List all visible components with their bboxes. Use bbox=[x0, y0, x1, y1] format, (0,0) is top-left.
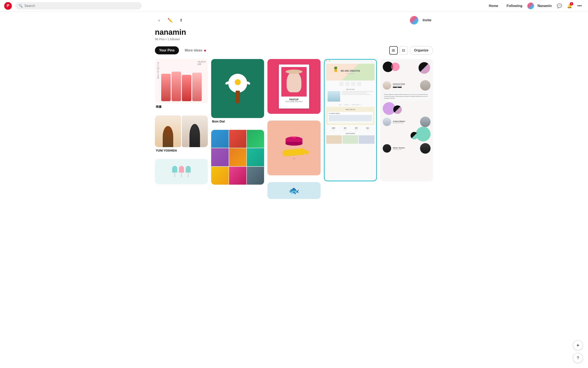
pin-bom-dia[interactable]: Bom Dia! bbox=[211, 59, 264, 123]
nav-icon-2 bbox=[345, 82, 349, 86]
mockup-who-section: WHO WE ARE bbox=[326, 87, 375, 103]
compact-icon: ⊟ bbox=[402, 48, 405, 53]
invite-button[interactable]: Invite bbox=[421, 17, 433, 24]
tab-your-pins[interactable]: Your Pins bbox=[155, 46, 179, 54]
works-grid bbox=[326, 135, 375, 144]
pin-heels-grid[interactable] bbox=[211, 130, 264, 185]
portfolio-avatar-cameron bbox=[383, 81, 391, 90]
circle-half-2 bbox=[411, 132, 418, 139]
stat-value-1: 1245 bbox=[332, 127, 335, 129]
collaborator-avatar[interactable] bbox=[410, 16, 418, 24]
portfolio-title-joshua: PHOTOGRAPHER bbox=[393, 122, 418, 123]
messages-icon: 💬 bbox=[557, 3, 562, 9]
nav-following[interactable]: Following bbox=[503, 2, 526, 9]
notifications-button[interactable]: 🔔 2 bbox=[565, 2, 574, 10]
action-icons: ＋ ✏️ ⬆ bbox=[155, 16, 185, 24]
service-graphic: 01. GRAPHIC DESIGN bbox=[328, 112, 373, 123]
tabs: Your Pins More ideas bbox=[155, 46, 210, 54]
tab-more-ideas[interactable]: More ideas bbox=[181, 46, 210, 54]
tagline-idea: IDEA bbox=[339, 104, 341, 106]
nav-username[interactable]: Nanamin bbox=[536, 3, 553, 9]
shape-border-circle bbox=[418, 62, 431, 74]
pins-column-1: セシルのもくろみ 7月13日 木10時 画像 bbox=[155, 59, 208, 188]
more-options-button[interactable]: ••• bbox=[575, 2, 584, 10]
edit-icon: ✏️ bbox=[167, 18, 173, 23]
search-input[interactable] bbox=[24, 4, 138, 8]
pin-image-fish: 🐟 bbox=[267, 182, 320, 199]
portfolio-top-shapes bbox=[383, 62, 431, 78]
search-icon: 🔍 bbox=[18, 4, 23, 8]
heel-cell bbox=[247, 167, 264, 185]
share-button[interactable]: ⬆ bbox=[177, 16, 185, 24]
pin-ice-cream[interactable] bbox=[155, 159, 208, 184]
portfolio-person-cameron: Cameron Kirby ART DIRECTOR bbox=[383, 80, 431, 91]
pin-image-website: 🍍 WE ARE CREATIVE bbox=[324, 59, 377, 181]
search-bar[interactable]: 🔍 bbox=[15, 2, 142, 9]
stat-label-2: clients bbox=[344, 129, 346, 130]
portfolio-tags bbox=[393, 87, 418, 88]
portfolio-person-olivier: Olivier Thorten VISUAL ARTIST bbox=[383, 143, 431, 154]
pinterest-logo[interactable]: P bbox=[4, 2, 12, 10]
tagline-plus2: + bbox=[350, 104, 350, 106]
ice-cream-3 bbox=[186, 166, 191, 177]
portfolio-mid-shapes bbox=[383, 102, 431, 115]
portfolio-text-joshua: Joshua Hibbert PHOTOGRAPHER bbox=[393, 120, 418, 123]
pin-japanese-magazine[interactable]: セシルのもくろみ 7月13日 木10時 画像 bbox=[155, 59, 208, 109]
pin-yuni[interactable]: YUNI YOSHIDA bbox=[155, 116, 208, 152]
who-content bbox=[328, 91, 373, 101]
photo-gradient-2 bbox=[420, 117, 431, 127]
header-nav: Home Following Nanamin 💬 🔔 2 ••• bbox=[485, 2, 584, 10]
pin-label-bom-dia: Bom Dia! bbox=[211, 120, 264, 123]
stat-label-4: staff bbox=[366, 129, 369, 130]
invite-area: Invite bbox=[410, 16, 433, 24]
work-item-3 bbox=[359, 135, 374, 144]
portfolio-photo-cameron bbox=[420, 80, 431, 91]
pin-design-portfolio[interactable]: Cameron Kirby ART DIRECTOR bbox=[380, 59, 433, 181]
intro-text: Perfecta offers free high-resolution pic… bbox=[384, 93, 429, 99]
tagline-design: DESIGN bbox=[345, 104, 349, 106]
tag bbox=[397, 87, 402, 88]
view-controls: ⊞ ⊟ Organize bbox=[389, 46, 433, 55]
stat-value-2: 046 bbox=[344, 127, 346, 129]
main-content: ＋ ✏️ ⬆ Invite nanamin 96 Pins • 1 follow… bbox=[147, 12, 441, 207]
fish-emoji: 🐟 bbox=[289, 186, 299, 196]
share-icon: ⬆ bbox=[179, 18, 183, 23]
portfolio-name-joshua: Joshua Hibbert bbox=[393, 120, 418, 122]
ice-cream-top-1 bbox=[172, 166, 177, 173]
more-ideas-dot bbox=[204, 50, 206, 51]
messages-button[interactable]: 💬 bbox=[555, 2, 564, 10]
heel-cell bbox=[211, 130, 229, 148]
avatar[interactable] bbox=[527, 2, 534, 9]
pin-fish[interactable]: 🐟 bbox=[267, 182, 320, 199]
pin-image-heels bbox=[211, 130, 264, 185]
heel-cell bbox=[229, 167, 246, 185]
organize-button[interactable]: Organize bbox=[410, 46, 433, 55]
add-pin-button[interactable]: ＋ bbox=[155, 16, 163, 24]
nav-icon-4 bbox=[357, 82, 361, 86]
dot-green bbox=[329, 61, 330, 61]
who-text bbox=[342, 91, 373, 101]
compact-view-button[interactable]: ⊟ bbox=[399, 46, 408, 55]
pin-website-mockup[interactable]: 🍍 WE ARE CREATIVE bbox=[324, 59, 377, 181]
grid-view-button[interactable]: ⊞ bbox=[389, 46, 398, 55]
pins-column-2: Bom Dia! bbox=[211, 59, 264, 188]
pin-image-pantone: PANTOP Life is a party. Dress like it bbox=[267, 59, 320, 114]
nav-home[interactable]: Home bbox=[485, 2, 501, 9]
mockup-browser-bar bbox=[325, 60, 376, 62]
pins-column-3: PANTOP Life is a party. Dress like it bbox=[267, 59, 320, 202]
pin-pantone[interactable]: PANTOP Life is a party. Dress like it bbox=[267, 59, 320, 114]
yuni-left-image bbox=[155, 116, 181, 147]
photo-gradient bbox=[420, 80, 431, 91]
board-title: nanamin bbox=[155, 28, 433, 37]
portfolio-person-joshua: Joshua Hibbert PHOTOGRAPHER bbox=[383, 117, 431, 127]
portfolio-photo-olivier bbox=[420, 143, 431, 154]
pin-lips-banana[interactable]: GP bbox=[267, 120, 320, 175]
portfolio-text-cameron: Cameron Kirby ART DIRECTOR bbox=[393, 83, 418, 88]
portfolio-title-cameron: ART DIRECTOR bbox=[393, 85, 418, 86]
pins-column-4: 🍍 WE ARE CREATIVE bbox=[324, 59, 377, 185]
mockup-nav-icons bbox=[326, 82, 375, 86]
pin-image-japanese: セシルのもくろみ 7月13日 木10時 bbox=[155, 59, 208, 103]
what-title: WHAT WE DO bbox=[328, 109, 373, 111]
edit-button[interactable]: ✏️ bbox=[166, 16, 174, 24]
mockup-what-section: WHAT WE DO 01. GRAPHIC DESIGN bbox=[326, 107, 375, 125]
